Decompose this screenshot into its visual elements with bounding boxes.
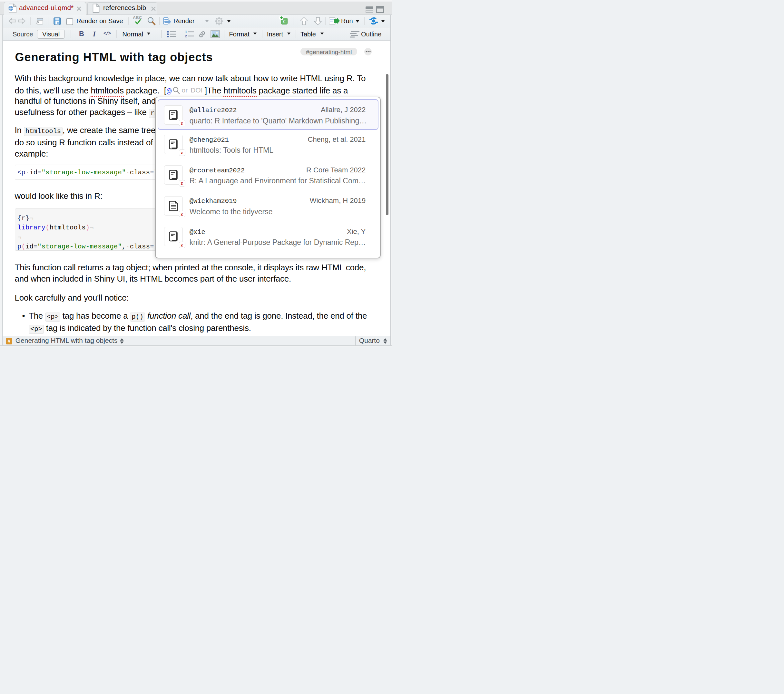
svg-text:1: 1 [185,30,187,34]
svg-text:2: 2 [185,34,187,38]
